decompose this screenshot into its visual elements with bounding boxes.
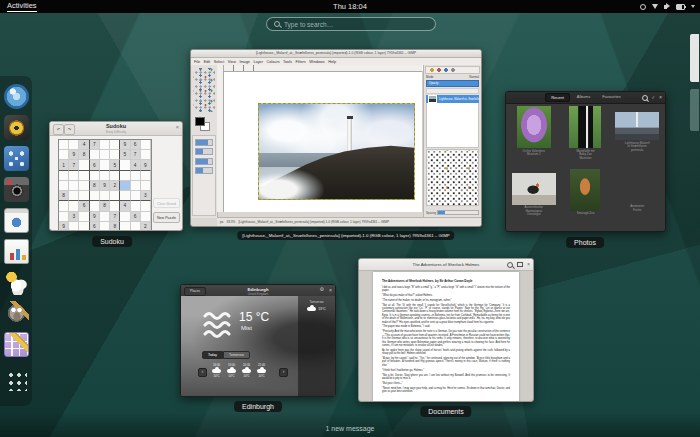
sudoku-cell[interactable]: 8	[79, 150, 89, 160]
sudoku-cell[interactable]	[141, 181, 151, 191]
gimp-menu-windows[interactable]: Windows	[309, 60, 324, 64]
select-icon[interactable]: ✓	[652, 95, 656, 100]
sudoku-cell[interactable]: 9	[90, 212, 100, 222]
photo-item[interactable]: AnemonenFische	[611, 167, 663, 230]
gimp-tool-icons[interactable]	[193, 68, 215, 112]
sudoku-cell[interactable]	[69, 181, 79, 191]
sudoku-cell[interactable]	[79, 181, 89, 191]
sudoku-cell[interactable]: 9	[100, 181, 110, 191]
dock-icon-sudoku[interactable]	[4, 332, 29, 357]
close-icon[interactable]: ×	[527, 262, 530, 267]
sudoku-cell[interactable]: 4	[131, 160, 141, 170]
sudoku-cell[interactable]	[120, 212, 130, 222]
photos-tab-favourites[interactable]: Favourites	[597, 93, 626, 102]
search-icon[interactable]	[507, 262, 513, 268]
sudoku-cell[interactable]	[100, 212, 110, 222]
layer-mode-value[interactable]: Normal	[469, 75, 479, 79]
photo-item[interactable]: Orchis ValentinesMuséum 2	[508, 104, 560, 167]
photos-tab-recent[interactable]: Recent	[545, 93, 570, 102]
sudoku-cell[interactable]: 8	[110, 222, 120, 231]
window-gimp[interactable]: [Lighthouse,_Malarrif_at,_Snæfellsnes_pe…	[190, 49, 482, 227]
weather-tab-tomorrow[interactable]: Tomorrow	[223, 351, 250, 359]
tool-option-slider[interactable]	[195, 139, 213, 146]
sudoku-cell[interactable]	[110, 171, 120, 181]
sudoku-cell[interactable]	[131, 191, 141, 201]
sudoku-cell[interactable]	[131, 181, 141, 191]
window-sudoku[interactable]: ↶ ↷ Sudoku Easy Difficulty × 47969857176…	[49, 121, 183, 231]
layer-lock-row[interactable]	[426, 88, 479, 94]
bluetooth-icon[interactable]	[640, 4, 646, 10]
layer-row-selected[interactable]: Lighthouse, Malarrif at, Snæfellsnes pen…	[426, 95, 479, 103]
gear-icon[interactable]: ⚙	[320, 286, 324, 292]
gimp-menu-edit[interactable]: Edit	[204, 60, 211, 64]
sudoku-cell[interactable]: 3	[69, 212, 79, 222]
sudoku-cell[interactable]	[120, 222, 130, 231]
menu-caret-icon[interactable]	[691, 5, 695, 8]
sudoku-cell[interactable]: 1	[59, 160, 69, 170]
dock-icon-appgrid[interactable]	[5, 369, 27, 391]
document-page[interactable]: The Adventures of Sherlock Holmes, by Si…	[373, 272, 519, 401]
sudoku-cell[interactable]	[100, 150, 110, 160]
sudoku-cell[interactable]: 7	[110, 212, 120, 222]
volume-icon[interactable]	[664, 5, 667, 9]
photo-thumbnail-colobus[interactable]	[569, 106, 601, 148]
gimp-menu-tools[interactable]: Tools	[283, 60, 292, 64]
photo-thumbnail-oystercatcher[interactable]	[512, 173, 556, 205]
window-documents[interactable]: The Adventures of Sherlock Holmes × The …	[358, 258, 534, 402]
battery-icon[interactable]	[676, 4, 685, 10]
sudoku-cell[interactable]	[69, 222, 79, 231]
status-zoom[interactable]: 33.3%	[226, 220, 235, 224]
dock-icon-camera[interactable]	[4, 177, 29, 202]
lighthouse-image[interactable]	[258, 103, 415, 200]
dock-icon-web[interactable]	[4, 84, 29, 109]
gimp-menu-select[interactable]: Select	[214, 60, 225, 64]
sudoku-cell[interactable]	[141, 150, 151, 160]
sudoku-cell[interactable]	[100, 191, 110, 201]
sudoku-cell[interactable]: 5	[120, 150, 130, 160]
sudoku-cell[interactable]	[110, 201, 120, 211]
layers-dialog-tabs[interactable]	[425, 66, 480, 74]
gimp-menu-layer[interactable]: Layer	[253, 60, 263, 64]
sudoku-cell[interactable]: 6	[90, 160, 100, 170]
dock-icon-weather[interactable]	[4, 270, 29, 295]
dock-icon-docs[interactable]	[4, 239, 29, 264]
sudoku-cell[interactable]	[141, 140, 151, 150]
sudoku-cell[interactable]: 6	[79, 201, 89, 211]
network-icon[interactable]	[652, 4, 658, 9]
sudoku-cell[interactable]	[90, 150, 100, 160]
photo-item[interactable]: Mantelaffe mitBaby ZooMuenster	[560, 104, 612, 167]
sudoku-cell[interactable]: 7	[90, 140, 100, 150]
sudoku-cell[interactable]	[59, 212, 69, 222]
sudoku-cell[interactable]: 7	[69, 160, 79, 170]
sudoku-cell[interactable]	[110, 191, 120, 201]
sudoku-cell[interactable]	[120, 160, 130, 170]
sudoku-cell[interactable]	[59, 150, 69, 160]
sudoku-cell[interactable]	[90, 201, 100, 211]
sudoku-cell[interactable]: 2	[110, 181, 120, 191]
sudoku-cell[interactable]: 2	[141, 222, 151, 231]
sudoku-cell[interactable]	[79, 191, 89, 201]
sudoku-cell[interactable]: 5	[110, 160, 120, 170]
clear-board-button[interactable]: Clear Board	[153, 198, 180, 208]
gimp-canvas[interactable]	[217, 65, 426, 212]
photo-thumbnail-lighthouse[interactable]	[615, 112, 659, 140]
window-weather[interactable]: Places Edinburgh United Kingdom ⚙ × 15 °…	[180, 284, 336, 397]
dock-icon-gimp[interactable]	[4, 301, 29, 326]
sudoku-cell[interactable]	[131, 201, 141, 211]
photo-thumbnail-fox[interactable]	[570, 169, 600, 211]
forecast-prev-button[interactable]: ‹	[198, 368, 207, 377]
workspace-thumbnail-2[interactable]	[690, 89, 699, 131]
sudoku-cell[interactable]	[100, 171, 110, 181]
sudoku-cell[interactable]	[69, 140, 79, 150]
sudoku-cell[interactable]	[59, 201, 69, 211]
sudoku-cell[interactable]	[79, 222, 89, 231]
sudoku-cell[interactable]	[141, 171, 151, 181]
sudoku-cell[interactable]	[120, 181, 130, 191]
sudoku-cell[interactable]: 4	[79, 140, 89, 150]
sudoku-cell[interactable]	[141, 212, 151, 222]
sudoku-cell[interactable]	[79, 171, 89, 181]
photo-thumbnail-orchid[interactable]	[517, 106, 551, 148]
weather-tab-today[interactable]: Today	[202, 351, 223, 359]
sudoku-cell[interactable]: 6	[131, 212, 141, 222]
sudoku-cell[interactable]	[59, 140, 69, 150]
